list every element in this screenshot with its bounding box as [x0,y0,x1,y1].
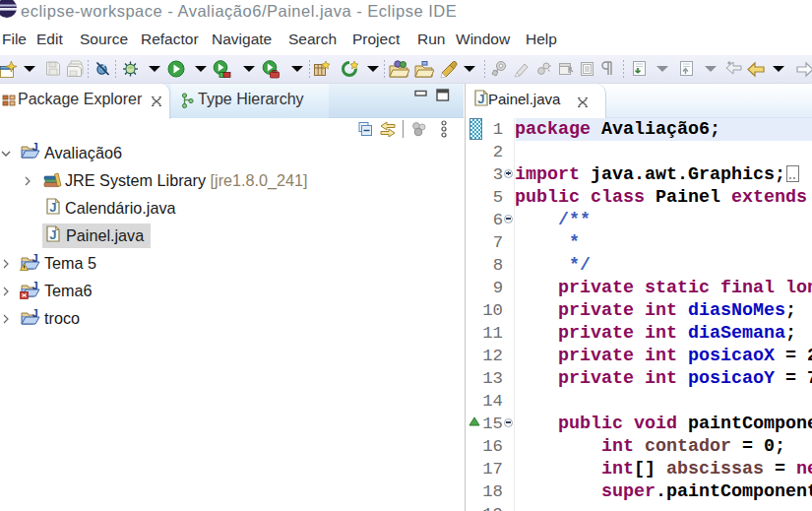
svg-text:J: J [32,281,38,291]
svg-text:J: J [32,308,38,319]
svg-text:J: J [32,253,38,264]
svg-text:J: J [477,92,484,106]
svg-text:J: J [49,200,56,215]
svg-text:J: J [49,227,56,242]
svg-text:J: J [32,143,38,153]
